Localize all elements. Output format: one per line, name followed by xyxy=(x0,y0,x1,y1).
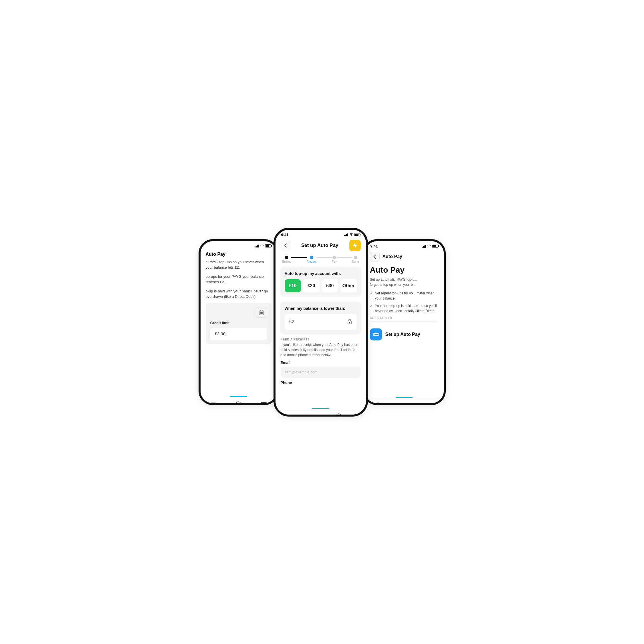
get-started-label: GET STARTED xyxy=(370,316,439,320)
center-status-bar: 9:41 xyxy=(276,230,366,238)
step-amount: Amount xyxy=(307,256,316,263)
check-item-2: ✓ Your auto top-up is paid ... card, so … xyxy=(370,303,439,314)
setup-autopay-button[interactable]: Set up Auto Pay xyxy=(370,324,439,344)
nav-payments-icon[interactable] xyxy=(209,400,217,405)
back-button[interactable] xyxy=(281,241,290,250)
left-phone: Auto Pay c PAYG top-ups so you never whe… xyxy=(199,239,279,405)
credit-label: Credit limit xyxy=(210,320,230,326)
svg-rect-9 xyxy=(318,415,323,417)
right-nav-home-icon[interactable] xyxy=(374,401,382,405)
amount-btn-10[interactable]: £10 xyxy=(285,279,301,292)
center-nav-home-icon[interactable] xyxy=(280,412,289,417)
balance-row: £2 xyxy=(285,314,357,330)
svg-point-2 xyxy=(236,402,241,405)
right-nav-payments-icon[interactable] xyxy=(426,401,435,405)
right-description: Set up automatic PAYG top-u...forget to … xyxy=(370,277,439,287)
progress-steps: Energy Amount Pay Done xyxy=(276,253,366,264)
balance-card: When my balance is lower than: £2 xyxy=(280,302,361,334)
left-title: Auto Pay xyxy=(206,252,225,257)
step-amount-label: Amount xyxy=(307,260,316,263)
trash-icon[interactable] xyxy=(256,307,267,318)
right-header: Auto Pay xyxy=(365,249,444,263)
right-body: Auto Pay Set up automatic PAYG top-u...f… xyxy=(365,263,444,397)
center-wifi-icon xyxy=(349,233,353,237)
amount-btn-20[interactable]: £20 xyxy=(303,279,320,292)
amount-buttons-row: £10 £20 £30 Other xyxy=(285,279,357,292)
step-pay-dot xyxy=(332,256,336,259)
center-nav-help-icon[interactable] xyxy=(334,412,343,417)
amount-btn-30[interactable]: £30 xyxy=(322,279,338,292)
connector-1 xyxy=(291,257,307,258)
step-pay: Pay xyxy=(332,256,337,263)
left-bottom-bar xyxy=(230,396,247,397)
check-mark-1: ✓ xyxy=(370,291,373,301)
credit-box: Credit limit £2.00 xyxy=(206,303,272,344)
step-energy-dot xyxy=(285,256,288,259)
infinity-icon xyxy=(370,328,382,340)
left-header: Auto Pay xyxy=(201,249,277,259)
step-amount-dot xyxy=(310,256,313,259)
right-signal-icon xyxy=(422,245,426,248)
step-pay-label: Pay xyxy=(332,260,337,263)
center-page-title: Set up Auto Pay xyxy=(301,243,338,248)
lightning-button[interactable] xyxy=(349,240,361,251)
balance-card-title: When my balance is lower than: xyxy=(285,306,357,311)
balance-value: £2 xyxy=(289,319,294,324)
step-done: Done xyxy=(352,256,359,263)
battery-icon xyxy=(265,244,271,247)
left-status-icons xyxy=(255,244,271,248)
email-input[interactable]: sam@example.com xyxy=(281,366,361,378)
left-body-text3: o-up is paid with your bank ll never go … xyxy=(206,288,272,300)
check-text-2: Your auto top-up is paid ... card, so yo… xyxy=(375,303,439,314)
nav-menu-icon[interactable] xyxy=(259,400,268,405)
center-battery-icon xyxy=(354,233,360,236)
right-phone: 9:41 xyxy=(363,239,446,405)
right-bottom-bar xyxy=(396,397,413,398)
center-phone: 9:41 xyxy=(274,228,368,417)
right-screen: Auto Pay Auto Pay Set up automatic PAYG … xyxy=(365,249,444,405)
center-header: Set up Auto Pay xyxy=(276,238,366,253)
center-nav-menu-icon[interactable] xyxy=(352,412,361,417)
right-time: 9:41 xyxy=(370,244,378,248)
amount-btn-other[interactable]: Other xyxy=(340,279,357,292)
phone-label: Phone xyxy=(281,381,361,385)
check-item-1: ✓ Set repeat top-ups for yo... meter whe… xyxy=(370,291,439,301)
right-battery-icon xyxy=(432,245,438,248)
right-status-icons xyxy=(422,244,438,248)
email-label: Email xyxy=(281,360,361,365)
right-main-title: Auto Pay xyxy=(370,265,439,275)
left-nav xyxy=(201,398,277,405)
setup-autopay-label: Set up Auto Pay xyxy=(385,332,420,337)
left-body-text1: c PAYG top-ups so you never when your ba… xyxy=(206,259,272,270)
wifi-icon xyxy=(260,244,264,248)
right-back-button[interactable] xyxy=(370,252,380,261)
nav-help-icon[interactable] xyxy=(234,400,243,405)
center-nav-activity-icon[interactable] xyxy=(298,412,307,417)
step-done-label: Done xyxy=(352,260,359,263)
svg-point-13 xyxy=(403,404,405,405)
check-text-1: Set repeat top-ups for yo... meter when … xyxy=(375,291,439,301)
connector-2 xyxy=(316,257,332,258)
scene: Auto Pay c PAYG top-ups so you never whe… xyxy=(165,228,479,417)
right-nav-activity-icon[interactable] xyxy=(400,401,409,405)
divider xyxy=(370,321,439,322)
svg-rect-15 xyxy=(428,403,433,405)
receipt-section-label: NEED A RECEIPT? xyxy=(281,338,361,341)
svg-point-12 xyxy=(401,404,403,405)
center-nav xyxy=(276,410,366,417)
step-done-dot xyxy=(354,256,357,259)
center-time: 9:41 xyxy=(281,233,289,237)
right-wifi-icon xyxy=(427,244,431,248)
svg-point-8 xyxy=(304,415,306,417)
center-signal-icon xyxy=(344,233,348,236)
amount-card-title: Auto top-up my account with: xyxy=(285,271,357,276)
step-energy: Energy xyxy=(282,256,292,263)
left-body: c PAYG top-ups so you never when your ba… xyxy=(201,259,277,394)
lock-icon xyxy=(347,318,352,326)
step-energy-label: Energy xyxy=(282,260,292,263)
center-nav-payments-icon[interactable] xyxy=(316,412,325,417)
signal-icon xyxy=(255,244,259,247)
center-screen: Set up Auto Pay Energy Amount xyxy=(276,238,366,417)
left-body-text2: op-ups for your PAYG your balance reache… xyxy=(206,274,272,285)
credit-value: £2.00 xyxy=(210,328,267,340)
